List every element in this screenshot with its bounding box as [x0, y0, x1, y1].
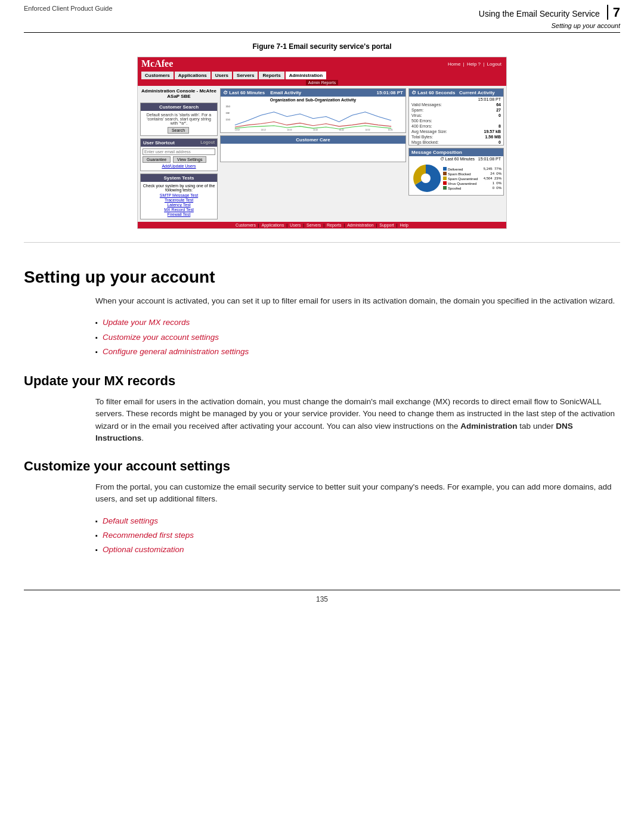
pie-spoofed: Spoofed 0 0% — [443, 186, 501, 190]
section-divider-1 — [24, 242, 620, 243]
administration-bold: Administration — [460, 422, 517, 431]
nav-reports[interactable]: Reports — [259, 72, 284, 79]
email-activity-panel: ⏱ Last 60 Minutes Email Activity 15:01:0… — [220, 88, 406, 133]
guarantee-button[interactable]: Guarantee — [143, 156, 171, 163]
recommended-first-steps-link[interactable]: Recommended first steps — [103, 528, 194, 543]
system-tests-title: System Tests — [141, 174, 217, 182]
customer-search-note: Default search is 'starts with'. For a '… — [143, 113, 215, 125]
ca-valid-messages: Valid Messages: 64 — [409, 102, 503, 107]
footer-support[interactable]: Support — [379, 223, 394, 227]
nav-customers[interactable]: Customers — [141, 72, 174, 79]
figure-section: Figure 7-1 Email security service's port… — [0, 33, 644, 235]
portal-body: Administration Console - McAfee ASaP SBE… — [138, 86, 506, 222]
user-shortcut-body: Guarantee View Settings Add/Update Users — [141, 147, 217, 171]
ca-total-bytes: Total Bytes: 1.56 MB — [409, 134, 503, 140]
pie-legend: Delivered 5,245 77% Spam Blocked 24 0% S… — [443, 166, 501, 191]
footer-customers[interactable]: Customers — [236, 223, 256, 227]
page-header: Enforced Client Product Guide Using the … — [0, 0, 644, 32]
setting-up-heading: Setting up your account — [24, 268, 620, 287]
user-shortcut-title: User Shortcut Logout — [141, 139, 217, 147]
user-shortcut-logout[interactable]: Logout — [200, 140, 215, 145]
header-left: Enforced Client Product Guide — [24, 5, 113, 12]
footer-applications[interactable]: Applications — [262, 223, 284, 227]
current-activity-time: 15:01:08 PT — [409, 97, 503, 102]
svg-text:14:42: 14:42 — [339, 129, 344, 131]
user-shortcut-panel: User Shortcut Logout Guarantee View Sett… — [140, 138, 218, 171]
header-right: Using the Email Security Service 7 Setti… — [479, 5, 620, 30]
breadcrumb-admin-reports[interactable]: Admin Reports — [306, 80, 338, 85]
nav-applications[interactable]: Applications — [175, 72, 210, 79]
pie-delivered: Delivered 5,245 77% — [443, 167, 501, 171]
portal-screenshot: McAfee® Home | Help ? | Logout Customers… — [137, 57, 507, 229]
activity-chart: 350 1M 150 14:02 14:12 14:22 14:32 — [222, 102, 404, 132]
portal-help-link[interactable]: Help ? — [467, 61, 481, 67]
mx-record-test-link[interactable]: MX Record Test — [143, 208, 215, 212]
setting-up-body: When your account is activated, you can … — [95, 295, 620, 307]
svg-text:1M: 1M — [226, 112, 230, 114]
ca-spam: Spam: 27 — [409, 107, 503, 113]
message-composition-header: Message Composition — [409, 148, 503, 156]
nav-users[interactable]: Users — [212, 72, 232, 79]
update-mx-link[interactable]: Update your MX records — [103, 315, 190, 330]
firewall-test-link[interactable]: Firewall Test — [143, 212, 215, 216]
customer-search-button[interactable]: Search — [168, 127, 189, 134]
svg-point-10 — [421, 174, 431, 183]
bullet-optional-customization: Optional customization — [95, 543, 620, 557]
page-chapter-num: 7 — [607, 5, 620, 20]
current-activity-header: ⏱ Last 60 Seconds Current Activity — [409, 89, 503, 97]
portal-nav-top: McAfee® Home | Help ? | Logout — [138, 57, 506, 70]
optional-customization-link[interactable]: Optional customization — [103, 543, 184, 557]
portal-nav-links-top: Home | Help ? | Logout — [447, 61, 503, 67]
portal-left-col: Administration Console - McAfee ASaP SBE… — [140, 88, 218, 219]
chart-title: Organization and Sub-Organization Activi… — [222, 98, 404, 102]
header-right-main: Using the Email Security Service — [479, 9, 600, 18]
ca-virus: Virus: 0 — [409, 113, 503, 118]
bullet-customize: Customize your account settings — [95, 330, 620, 345]
user-shortcut-label: User Shortcut — [143, 140, 175, 145]
update-mx-body: To filter email for users in the activat… — [95, 396, 620, 444]
configure-link[interactable]: Configure general administration setting… — [103, 345, 249, 359]
admin-console-title: Administration Console - McAfee ASaP SBE — [140, 88, 218, 99]
footer-servers[interactable]: Servers — [306, 223, 321, 227]
portal-home-link[interactable]: Home — [448, 61, 460, 67]
svg-text:15:01: 15:01 — [388, 129, 393, 131]
email-activity-time: 15:01:08 PT — [377, 90, 403, 95]
view-settings-button[interactable]: View Settings — [173, 156, 206, 163]
traceroute-test-link[interactable]: Traceroute Test — [143, 198, 215, 202]
svg-text:14:12: 14:12 — [261, 129, 266, 131]
default-settings-link[interactable]: Default settings — [103, 514, 158, 528]
user-email-input[interactable] — [143, 148, 215, 155]
customer-care-panel: Customer Care — [220, 135, 406, 162]
current-activity-panel: ⏱ Last 60 Seconds Current Activity 15:01… — [408, 88, 504, 145]
nav-servers[interactable]: Servers — [233, 72, 258, 79]
bullet-default-settings: Default settings — [95, 514, 620, 528]
update-mx-heading: Update your MX records — [24, 373, 620, 389]
latency-test-link[interactable]: Latency Test — [143, 203, 215, 207]
footer-reports[interactable]: Reports — [327, 223, 342, 227]
pie-area: Delivered 5,245 77% Spam Blocked 24 0% S… — [409, 162, 503, 195]
bottom-divider — [24, 590, 620, 590]
nav-administration[interactable]: Administration — [286, 72, 326, 79]
footer-help[interactable]: Help — [400, 223, 408, 227]
portal-footer: Customers | Applications | Users | Serve… — [138, 222, 506, 228]
customer-care-header: Customer Care — [221, 136, 405, 144]
svg-text:14:22: 14:22 — [287, 129, 292, 131]
message-composition-panel: Message Composition ⏱ Last 60 Minutes 15… — [408, 148, 504, 196]
setting-up-bullet-list: Update your MX records Customize your ac… — [95, 315, 620, 359]
portal-center-col: ⏱ Last 60 Minutes Email Activity 15:01:0… — [220, 88, 406, 219]
footer-users[interactable]: Users — [290, 223, 301, 227]
customize-link[interactable]: Customize your account settings — [103, 330, 219, 345]
svg-text:14:52: 14:52 — [365, 129, 370, 131]
ca-avg-msg-size: Avg Message Size: 19.57 kB — [409, 129, 503, 134]
footer-administration[interactable]: Administration — [347, 223, 373, 227]
ca-500-errors: 500 Errors: — [409, 118, 503, 123]
smtp-test-link[interactable]: SMTP Message Test — [143, 193, 215, 197]
system-tests-panel: System Tests Check your system by using … — [140, 174, 218, 219]
customize-body: From the portal, you can customize the e… — [95, 481, 620, 506]
portal-nav-main: Customers Applications Users Servers Rep… — [138, 70, 506, 79]
main-content: Setting up your account When your accoun… — [0, 250, 644, 578]
mc-time: ⏱ Last 60 Minutes 15:01:08 PT — [409, 156, 503, 162]
add-update-users-link[interactable]: Add/Update Users — [143, 164, 215, 168]
portal-logout-link[interactable]: Logout — [487, 61, 501, 67]
system-tests-body: Check your system by using one of the fo… — [141, 182, 217, 219]
